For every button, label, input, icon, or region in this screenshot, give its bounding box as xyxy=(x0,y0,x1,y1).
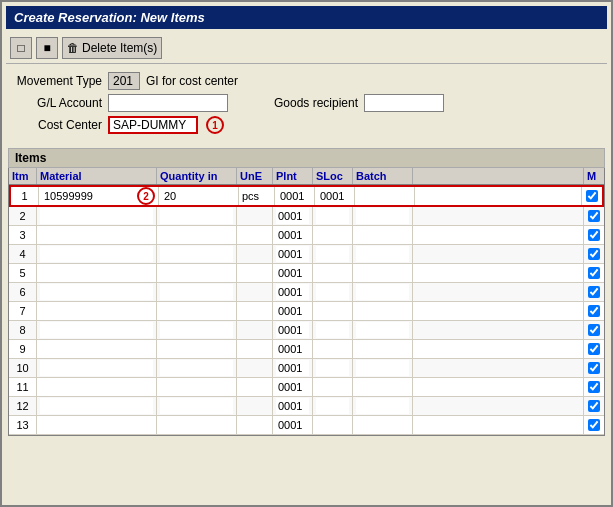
row-checkbox[interactable] xyxy=(588,381,600,393)
sloc-input[interactable] xyxy=(316,341,349,357)
cell-quantity[interactable] xyxy=(157,416,237,434)
plnt-input[interactable] xyxy=(276,284,309,300)
material-input[interactable] xyxy=(40,417,153,433)
material-input[interactable] xyxy=(40,227,153,243)
row-checkbox[interactable] xyxy=(588,362,600,374)
quantity-input[interactable] xyxy=(160,246,233,262)
cell-sloc[interactable] xyxy=(313,378,353,396)
cell-batch[interactable] xyxy=(355,187,415,205)
cell-checkbox[interactable] xyxy=(584,378,604,396)
cell-sloc[interactable] xyxy=(313,264,353,282)
quantity-input[interactable] xyxy=(160,227,233,243)
plnt-input[interactable] xyxy=(276,398,309,414)
quantity-input[interactable] xyxy=(160,303,233,319)
quantity-input[interactable] xyxy=(160,284,233,300)
row-checkbox[interactable] xyxy=(588,229,600,241)
new-button[interactable]: □ xyxy=(10,37,32,59)
cost-center-input[interactable] xyxy=(108,116,198,134)
cell-batch[interactable] xyxy=(353,207,413,225)
cell-checkbox[interactable] xyxy=(584,397,604,415)
batch-input[interactable] xyxy=(358,188,411,204)
sloc-input[interactable] xyxy=(316,379,349,395)
cell-material[interactable] xyxy=(37,340,157,358)
plnt-input[interactable] xyxy=(276,341,309,357)
material-input[interactable] xyxy=(42,188,135,204)
cell-material[interactable] xyxy=(37,264,157,282)
sloc-input[interactable] xyxy=(316,227,349,243)
cell-checkbox[interactable] xyxy=(584,245,604,263)
row-checkbox[interactable] xyxy=(588,248,600,260)
material-input[interactable] xyxy=(40,322,153,338)
row-checkbox[interactable] xyxy=(588,324,600,336)
row-checkbox[interactable] xyxy=(586,190,598,202)
batch-input[interactable] xyxy=(356,284,409,300)
quantity-input[interactable] xyxy=(160,341,233,357)
cell-batch[interactable] xyxy=(353,226,413,244)
sloc-input[interactable] xyxy=(316,246,349,262)
plnt-input[interactable] xyxy=(276,360,309,376)
cell-sloc[interactable] xyxy=(313,359,353,377)
cell-checkbox[interactable] xyxy=(584,416,604,434)
cell-quantity[interactable] xyxy=(157,359,237,377)
batch-input[interactable] xyxy=(356,322,409,338)
cell-batch[interactable] xyxy=(353,378,413,396)
cell-plnt[interactable] xyxy=(273,207,313,225)
material-input[interactable] xyxy=(40,303,153,319)
cell-material[interactable]: 2 xyxy=(39,187,159,205)
cell-quantity[interactable] xyxy=(157,226,237,244)
batch-input[interactable] xyxy=(356,341,409,357)
cell-material[interactable] xyxy=(37,321,157,339)
cell-checkbox[interactable] xyxy=(584,283,604,301)
cell-sloc[interactable] xyxy=(313,283,353,301)
delete-items-button[interactable]: 🗑 Delete Item(s) xyxy=(62,37,162,59)
cell-batch[interactable] xyxy=(353,340,413,358)
cell-plnt[interactable] xyxy=(273,226,313,244)
cell-material[interactable] xyxy=(37,245,157,263)
cell-material[interactable] xyxy=(37,397,157,415)
sloc-input[interactable] xyxy=(316,360,349,376)
cell-sloc[interactable] xyxy=(313,321,353,339)
cell-plnt[interactable] xyxy=(275,187,315,205)
plnt-input[interactable] xyxy=(276,208,309,224)
cell-checkbox[interactable] xyxy=(584,207,604,225)
plnt-input[interactable] xyxy=(276,322,309,338)
batch-input[interactable] xyxy=(356,379,409,395)
cell-quantity[interactable] xyxy=(157,321,237,339)
sloc-input[interactable] xyxy=(316,417,349,433)
batch-input[interactable] xyxy=(356,303,409,319)
cell-sloc[interactable] xyxy=(313,245,353,263)
cell-material[interactable] xyxy=(37,226,157,244)
cell-plnt[interactable] xyxy=(273,264,313,282)
cell-checkbox[interactable] xyxy=(582,187,602,205)
sloc-input[interactable] xyxy=(316,322,349,338)
cell-batch[interactable] xyxy=(353,245,413,263)
material-input[interactable] xyxy=(40,208,153,224)
cell-checkbox[interactable] xyxy=(584,226,604,244)
material-input[interactable] xyxy=(40,398,153,414)
cell-plnt[interactable] xyxy=(273,340,313,358)
quantity-input[interactable] xyxy=(160,322,233,338)
copy-button[interactable]: ■ xyxy=(36,37,58,59)
cell-checkbox[interactable] xyxy=(584,264,604,282)
batch-input[interactable] xyxy=(356,360,409,376)
quantity-input[interactable] xyxy=(160,208,233,224)
material-input[interactable] xyxy=(40,246,153,262)
cell-batch[interactable] xyxy=(353,283,413,301)
quantity-input[interactable] xyxy=(160,360,233,376)
cell-sloc[interactable] xyxy=(313,226,353,244)
batch-input[interactable] xyxy=(356,227,409,243)
sloc-input[interactable] xyxy=(316,208,349,224)
plnt-input[interactable] xyxy=(278,188,311,204)
row-checkbox[interactable] xyxy=(588,419,600,431)
cell-sloc[interactable] xyxy=(313,397,353,415)
batch-input[interactable] xyxy=(356,246,409,262)
goods-recipient-input[interactable] xyxy=(364,94,444,112)
plnt-input[interactable] xyxy=(276,303,309,319)
row-checkbox[interactable] xyxy=(588,267,600,279)
quantity-input[interactable] xyxy=(160,265,233,281)
cell-batch[interactable] xyxy=(353,416,413,434)
row-checkbox[interactable] xyxy=(588,210,600,222)
cell-checkbox[interactable] xyxy=(584,321,604,339)
quantity-input[interactable] xyxy=(160,398,233,414)
cell-sloc[interactable] xyxy=(315,187,355,205)
